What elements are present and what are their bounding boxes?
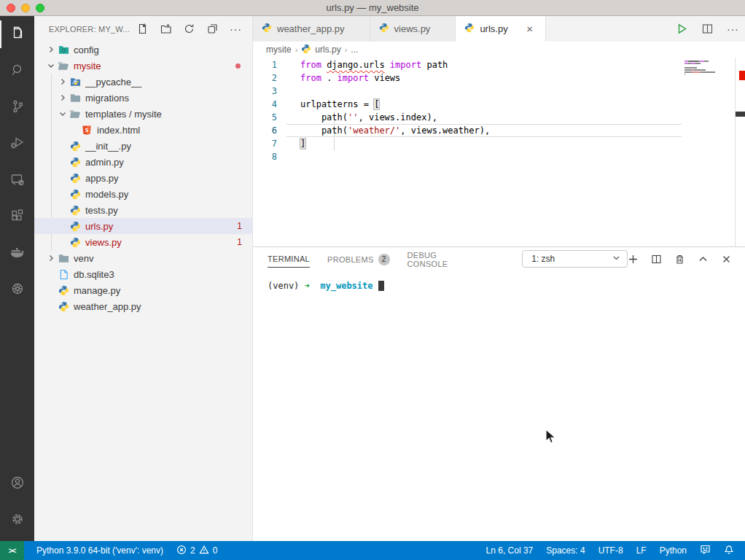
minimap-line xyxy=(684,63,735,64)
kill-terminal-icon[interactable] xyxy=(674,254,685,265)
tree-item-models-py[interactable]: models.py xyxy=(34,186,252,202)
language-mode-item[interactable]: Python xyxy=(653,541,693,560)
run-debug-view-button[interactable] xyxy=(0,125,34,162)
chevron-right-icon[interactable] xyxy=(45,45,57,54)
python-icon xyxy=(379,23,389,35)
terminal-cwd: my_website xyxy=(320,281,372,291)
tab-urls[interactable]: urls.py× xyxy=(456,16,545,42)
extensions-view-button[interactable] xyxy=(0,198,34,235)
file-tree: configmysite__pycache__migrationstemplat… xyxy=(34,42,252,314)
python-icon xyxy=(57,285,70,296)
tree-item-db-sqlite3[interactable]: db.sqlite3 xyxy=(34,266,252,282)
refresh-icon[interactable] xyxy=(183,23,195,35)
tree-item-label: config xyxy=(74,44,99,55)
close-window-button[interactable] xyxy=(7,4,15,12)
close-panel-icon[interactable] xyxy=(721,254,732,265)
tree-item-mysite[interactable]: mysite xyxy=(34,58,252,74)
tab-label: views.py xyxy=(394,23,431,34)
new-terminal-icon[interactable] xyxy=(628,254,639,265)
new-folder-icon[interactable] xyxy=(160,23,172,35)
remote-indicator[interactable]: >< xyxy=(0,541,24,560)
tree-item-views-py[interactable]: views.py1 xyxy=(34,234,252,250)
tree-item-weather-app-py[interactable]: weather_app.py xyxy=(34,298,252,314)
cursor-position-item[interactable]: Ln 6, Col 37 xyxy=(480,541,540,560)
breadcrumb-item-mysite[interactable]: mysite xyxy=(266,44,292,55)
tree-item-config[interactable]: config xyxy=(34,42,252,58)
tree-item--init-py[interactable]: __init__.py xyxy=(34,138,252,154)
window-title: urls.py — my_website xyxy=(326,2,418,13)
manage-button[interactable] xyxy=(0,502,34,538)
feedback-item[interactable] xyxy=(693,541,717,560)
prompt-arrow: ➜ xyxy=(305,281,310,291)
new-file-icon[interactable] xyxy=(136,23,149,35)
overview-ruler xyxy=(735,58,745,246)
breadcrumb: mysite › urls.py › ... xyxy=(253,42,745,58)
tree-item-manage-py[interactable]: manage.py xyxy=(34,282,252,298)
encoding-item[interactable]: UTF-8 xyxy=(592,541,630,560)
zoom-window-button[interactable] xyxy=(36,4,44,12)
tab-problems[interactable]: PROBLEMS2 xyxy=(327,249,390,269)
maximize-panel-icon[interactable] xyxy=(698,254,709,265)
tree-item-migrations[interactable]: migrations xyxy=(34,90,252,106)
tree-item-tests-py[interactable]: tests.py xyxy=(34,202,252,218)
editor-gutter[interactable]: 12345678 xyxy=(253,58,286,163)
search-view-button[interactable] xyxy=(0,52,34,89)
editor-content[interactable]: from django.urls import pathfrom . impor… xyxy=(286,58,682,163)
accounts-button[interactable] xyxy=(0,465,34,502)
kubernetes-view-button[interactable] xyxy=(0,271,34,308)
tree-item-admin-py[interactable]: admin.py xyxy=(34,154,252,170)
more-editor-actions-icon[interactable]: ··· xyxy=(727,23,739,35)
code-line-6: path('weather/', views.weather), xyxy=(286,124,682,137)
terminal-shell-dropdown[interactable]: 1: zsh xyxy=(522,250,628,268)
chevron-right-icon[interactable] xyxy=(45,254,57,262)
tree-item-label: apps.py xyxy=(85,173,119,184)
python-icon xyxy=(301,44,312,56)
tree-item--pycache-[interactable]: __pycache__ xyxy=(34,74,252,90)
chevron-right-icon[interactable] xyxy=(57,93,69,102)
tree-item-index-html[interactable]: 5index.html xyxy=(34,122,252,138)
tab-views[interactable]: views.py xyxy=(370,16,456,42)
breadcrumb-item-symbol[interactable]: ... xyxy=(351,44,358,55)
python-interpreter-item[interactable]: Python 3.9.0 64-bit ('venv': venv) xyxy=(30,541,170,560)
run-python-file-button[interactable] xyxy=(676,23,688,35)
collapse-folders-icon[interactable] xyxy=(206,23,219,35)
close-tab-icon[interactable]: × xyxy=(523,23,537,35)
chevron-down-icon[interactable] xyxy=(57,109,69,118)
chevron-down-icon xyxy=(612,254,620,264)
chevron-right-icon[interactable] xyxy=(57,77,69,86)
eol-item[interactable]: LF xyxy=(630,541,653,560)
remote-explorer-view-button[interactable] xyxy=(0,162,34,198)
explorer-view-button[interactable] xyxy=(0,16,34,52)
problems-status-item[interactable]: 2 0 xyxy=(170,541,224,560)
indentation-item[interactable]: Spaces: 4 xyxy=(539,541,591,560)
line-number: 5 xyxy=(253,111,286,124)
source-control-view-button[interactable] xyxy=(0,89,34,125)
text-token: path( xyxy=(300,125,348,136)
modified-dot-badge xyxy=(235,63,241,69)
minimap[interactable] xyxy=(682,58,735,246)
tab-debug-console[interactable]: DEBUG CONSOLE xyxy=(407,246,477,272)
docker-view-button[interactable] xyxy=(0,235,34,271)
notifications-item[interactable] xyxy=(717,541,741,560)
html-icon: 5 xyxy=(80,125,93,136)
chevron-down-icon[interactable] xyxy=(45,61,57,70)
tab-weather-app[interactable]: weather_app.py xyxy=(253,16,370,42)
bell-icon xyxy=(724,545,734,557)
tree-item-urls-py[interactable]: urls.py1 xyxy=(34,218,252,234)
text-token: , views.index), xyxy=(358,112,437,122)
more-actions-icon[interactable]: ··· xyxy=(230,23,242,35)
tab-terminal[interactable]: TERMINAL xyxy=(268,250,310,268)
feedback-smiley-icon xyxy=(700,544,711,557)
breadcrumb-item-urls[interactable]: urls.py xyxy=(301,44,340,56)
tree-item-apps-py[interactable]: apps.py xyxy=(34,170,252,186)
tree-item-venv[interactable]: venv xyxy=(34,250,252,266)
tree-item-templates-mysite[interactable]: templates / mysite xyxy=(34,106,252,122)
panel-header: TERMINAL PROBLEMS2 DEBUG CONSOLE 1: zsh xyxy=(253,247,745,271)
folder-icon xyxy=(57,253,70,263)
split-editor-icon[interactable] xyxy=(701,23,714,35)
python-icon xyxy=(69,189,82,200)
minimize-window-button[interactable] xyxy=(21,4,30,12)
split-terminal-icon[interactable] xyxy=(651,254,662,265)
terminal[interactable]: (venv) ➜ my_website xyxy=(253,271,745,291)
python-icon xyxy=(57,301,70,312)
